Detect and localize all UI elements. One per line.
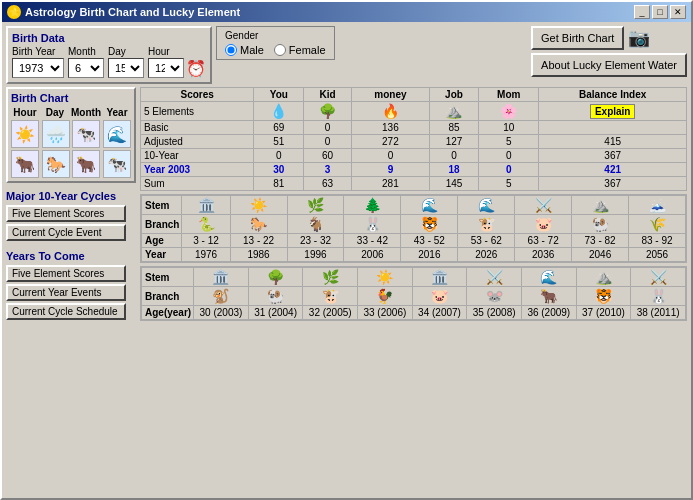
cycles-five-element-button[interactable]: Five Element Scores: [6, 205, 126, 222]
day-label: Day: [108, 46, 144, 57]
cycles-stem-9: 🗻: [629, 196, 686, 215]
years-stem-8: ⛰️: [576, 268, 631, 287]
title-icon: ⭐: [7, 5, 21, 19]
cycles-branch-label: Branch: [142, 215, 182, 234]
month-select[interactable]: 6: [68, 58, 104, 78]
five-elements-label: 5 Elements: [141, 102, 254, 121]
years-table-box: Stem 🏛️ 🌳 🌿 ☀️ 🏛️ ⚔️ 🌊 ⛰️ ⚔️: [140, 266, 687, 321]
gender-box: Gender Male Female: [216, 26, 335, 60]
years-five-element-button[interactable]: Five Element Scores: [6, 265, 126, 282]
cycles-year-8: 2046: [572, 248, 629, 262]
years-age-8: 37 (2010): [576, 306, 631, 320]
scores-table: Scores You Kid money Job Mom Balance Ind…: [140, 87, 687, 191]
scores-header-job: Job: [429, 88, 478, 102]
year2003-label: Year 2003: [141, 163, 254, 177]
cycles-year-5: 2016: [401, 248, 458, 262]
cycles-age-row: Age 3 - 12 13 - 22 23 - 32 33 - 42 43 - …: [142, 234, 686, 248]
basic-label: Basic: [141, 121, 254, 135]
five-el-kid: 🌳: [304, 102, 352, 121]
current-cycle-schedule-button[interactable]: Current Cycle Schedule: [6, 303, 126, 320]
birth-data-label: Birth Data: [12, 32, 206, 44]
left-panel: Birth Chart Hour Day Month Year ☀️ 🌧️ 🐄 …: [6, 87, 136, 494]
years-title: Years To Come: [6, 250, 136, 262]
years-age-row: Age(year) 30 (2003) 31 (2004) 32 (2005) …: [142, 306, 686, 320]
male-radio[interactable]: [225, 44, 237, 56]
years-current-year-button[interactable]: Current Year Events: [6, 284, 126, 301]
maximize-button[interactable]: □: [652, 5, 668, 19]
cycles-branch-8: 🐏: [572, 215, 629, 234]
cycles-year-2: 1986: [230, 248, 287, 262]
about-lucky-button[interactable]: About Lucky Element Water: [531, 53, 687, 77]
right-buttons: Get Birth Chart 📷 About Lucky Element Wa…: [531, 26, 687, 77]
cycles-age-label: Age: [142, 234, 182, 248]
basic-row: Basic 69 0 136 85 10: [141, 121, 687, 135]
years-age-1: 30 (2003): [194, 306, 249, 320]
cycles-age-1: 3 - 12: [182, 234, 230, 248]
cycles-current-cycle-button[interactable]: Current Cycle Event: [6, 224, 126, 241]
explain-button[interactable]: Explain: [590, 104, 636, 119]
cycles-year-7: 2036: [515, 248, 572, 262]
chart-cell-hour-2: 🐂: [11, 150, 39, 178]
chart-row2: 🐂 🐎 🐂 🐄: [11, 150, 131, 178]
adjusted-money: 272: [351, 135, 429, 149]
minimize-button[interactable]: _: [634, 5, 650, 19]
gender-radio-row: Male Female: [225, 44, 326, 56]
years-table: Stem 🏛️ 🌳 🌿 ☀️ 🏛️ ⚔️ 🌊 ⛰️ ⚔️: [141, 267, 686, 320]
top-section: Birth Data Birth Year 1973 Month 6: [6, 26, 687, 84]
cycles-branch-2: 🐎: [230, 215, 287, 234]
scores-header-kid: Kid: [304, 88, 352, 102]
five-el-job: ⛰️: [429, 102, 478, 121]
male-label: Male: [240, 44, 264, 56]
years-stem-row: Stem 🏛️ 🌳 🌿 ☀️ 🏛️ ⚔️ 🌊 ⛰️ ⚔️: [142, 268, 686, 287]
chart-cell-day-2: 🐎: [42, 150, 70, 178]
adjusted-kid: 0: [304, 135, 352, 149]
cycles-stem-5: 🌊: [401, 196, 458, 215]
chart-headers: Hour Day Month Year: [11, 107, 131, 118]
get-birth-chart-button[interactable]: Get Birth Chart: [531, 26, 624, 50]
cycles-branch-1: 🐍: [182, 215, 230, 234]
cycles-branch-3: 🐐: [287, 215, 344, 234]
ten-year-you: 0: [254, 149, 304, 163]
cycles-age-5: 43 - 52: [401, 234, 458, 248]
adjusted-label: Adjusted: [141, 135, 254, 149]
chart-header-month: Month: [71, 107, 101, 118]
scores-header-scores: Scores: [141, 88, 254, 102]
chart-cell-year-2: 🐄: [103, 150, 131, 178]
years-branch-label: Branch: [142, 287, 194, 306]
five-el-money: 🔥: [351, 102, 429, 121]
cycles-age-7: 63 - 72: [515, 234, 572, 248]
years-stem-7: 🌊: [521, 268, 576, 287]
scores-header-balance: Balance Index: [539, 88, 687, 102]
adjusted-mom: 5: [479, 135, 539, 149]
hour-select[interactable]: 12: [148, 58, 184, 78]
years-branch-5: 🐷: [412, 287, 467, 306]
cycles-year-1: 1976: [182, 248, 230, 262]
cycles-stem-row: Stem 🏛️ ☀️ 🌿 🌲 🌊 🌊 ⚔️ ⛰️ 🗻: [142, 196, 686, 215]
years-age-5: 34 (2007): [412, 306, 467, 320]
years-branch-row: Branch 🐒 🐏 🐮 🐓 🐷 🐭 🐂 🐯 🐰: [142, 287, 686, 306]
years-age-9: 38 (2011): [631, 306, 686, 320]
years-branch-4: 🐓: [358, 287, 413, 306]
female-radio[interactable]: [274, 44, 286, 56]
close-button[interactable]: ✕: [670, 5, 686, 19]
cycles-stem-6: 🌊: [458, 196, 515, 215]
basic-job: 85: [429, 121, 478, 135]
adjusted-row: Adjusted 51 0 272 127 5 415: [141, 135, 687, 149]
birth-chart-title: Birth Chart: [11, 92, 131, 104]
years-stem-9: ⚔️: [631, 268, 686, 287]
year-label: Birth Year: [12, 46, 64, 57]
scores-header-money: money: [351, 88, 429, 102]
years-branch-3: 🐮: [303, 287, 358, 306]
birth-chart-box: Birth Chart Hour Day Month Year ☀️ 🌧️ 🐄 …: [6, 87, 136, 183]
year2003-balance: 421: [539, 163, 687, 177]
chart-cell-hour-1: ☀️: [11, 120, 39, 148]
birth-year-select[interactable]: 1973: [12, 58, 64, 78]
sum-job: 145: [429, 177, 478, 191]
sum-you: 81: [254, 177, 304, 191]
years-age-label: Age(year): [142, 306, 194, 320]
major-cycles-section: Major 10-Year Cycles Five Element Scores…: [6, 190, 136, 243]
day-select[interactable]: 15: [108, 58, 144, 78]
years-branch-8: 🐯: [576, 287, 631, 306]
window-title: Astrology Birth Chart and Lucky Element: [25, 6, 240, 18]
cycles-age-3: 23 - 32: [287, 234, 344, 248]
